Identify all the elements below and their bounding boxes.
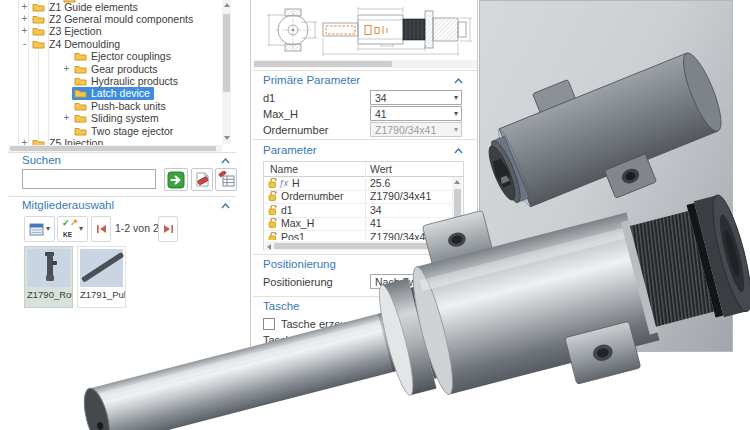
search-go-button[interactable] — [164, 168, 188, 191]
parameter-table-row[interactable]: d1 34 — [264, 203, 452, 218]
view-mode-icon — [29, 223, 44, 236]
tree-item-label: Z3 Ejection — [49, 25, 102, 37]
catalog-panel: + Z1 Guide elements + Z2 General mould c… — [8, 0, 238, 430]
scroll-left-icon[interactable] — [267, 244, 271, 250]
tree-item[interactable]: + Sliding system — [8, 112, 236, 125]
tree-expander-icon[interactable]: + — [19, 14, 30, 24]
view-mode-button[interactable]: ▾ — [24, 216, 55, 242]
parameter-select[interactable]: Z1790/34x41 ▾ — [370, 122, 462, 137]
tree-item[interactable]: + Z2 General mould components — [8, 12, 233, 25]
folder-icon — [74, 126, 87, 136]
dropdown-caret-icon: ▾ — [46, 225, 50, 233]
parameter-label: Max_H — [263, 108, 298, 120]
parameter-table-row[interactable]: Max_H 41 — [264, 217, 452, 232]
parameter-table-row[interactable]: ƒx H 25.6 — [264, 176, 452, 191]
tree-expander-icon[interactable]: + — [61, 64, 72, 74]
lock-open-icon — [268, 191, 277, 201]
members-section-title: Mitgliederauswahl — [22, 199, 114, 211]
table-h-scrollbar[interactable] — [265, 241, 453, 250]
clear-search-icon — [194, 171, 211, 188]
dropdown-caret-icon: ▾ — [454, 94, 458, 102]
tree-item[interactable]: Push-back units — [8, 99, 236, 112]
table-search-button[interactable] — [215, 168, 237, 191]
member-card[interactable]: Z1790_Rou... — [24, 246, 73, 308]
tree-item[interactable]: + Z3 Ejection — [8, 25, 233, 38]
scroll-down-icon[interactable] — [224, 136, 230, 140]
chevron-up-icon[interactable] — [454, 78, 463, 84]
table-h-scroll-thumb[interactable] — [274, 243, 439, 249]
tree-item[interactable]: - Z4 Demoulding — [8, 37, 233, 50]
folder-icon — [74, 64, 87, 74]
tree-v-scrollbar[interactable] — [222, 0, 231, 144]
scroll-right-icon[interactable] — [447, 244, 451, 250]
tree-item[interactable]: Two stage ejector — [8, 124, 236, 137]
preview-h-scrollbar[interactable] — [253, 60, 477, 68]
scroll-down-icon[interactable] — [454, 232, 460, 236]
column-header-wert: Wert — [370, 163, 392, 175]
parameter-name: H — [292, 177, 300, 189]
lock-open-icon — [268, 205, 277, 215]
folder-icon — [74, 113, 87, 123]
rod-part-icon — [80, 249, 125, 287]
folder-icon — [32, 39, 45, 49]
preview-h-scroll-thumb[interactable] — [254, 61, 392, 67]
tree-h-scrollbar[interactable] — [8, 145, 222, 152]
3d-viewport[interactable] — [479, 0, 733, 352]
section-divider — [8, 196, 236, 197]
technical-drawing-preview[interactable] — [253, 2, 477, 58]
parameter-table[interactable]: Name Wert ƒx H 25.6 Ordernumber Z1790/34… — [263, 161, 464, 250]
search-section-title: Suchen — [22, 154, 61, 166]
tree-item[interactable]: + Z1 Guide elements — [8, 0, 233, 13]
member-card[interactable]: Z1791_Pulli... — [77, 246, 126, 308]
clear-search-button[interactable] — [191, 168, 213, 191]
first-page-button[interactable] — [91, 216, 111, 242]
tree-item-label: Z1 Guide elements — [49, 1, 138, 13]
tree-item[interactable]: + Gear products — [8, 62, 236, 75]
tree-item-label: Latch device — [91, 87, 150, 99]
scroll-up-icon[interactable] — [224, 3, 230, 7]
chevron-up-icon[interactable] — [221, 158, 230, 164]
column-header-name: Name — [270, 163, 298, 175]
section-divider — [8, 152, 236, 153]
search-input[interactable] — [22, 169, 156, 189]
dropdown-caret-icon: ▾ — [454, 126, 458, 134]
dropdown-caret-icon: ▾ — [79, 225, 83, 233]
folder-icon — [74, 88, 87, 98]
parameter-select[interactable]: 41 ▾ — [370, 106, 462, 121]
parameter-select[interactable]: 34 ▾ — [370, 90, 462, 105]
section-divider — [253, 139, 477, 140]
folder-icon — [74, 76, 87, 86]
parameter-value: Z1790/34x41-01 — [365, 231, 446, 240]
folder-icon — [32, 26, 45, 36]
tree-item-label: Z2 General mould components — [49, 13, 193, 25]
chevron-up-icon[interactable] — [221, 203, 230, 209]
tree-expander-icon[interactable]: + — [19, 26, 30, 36]
parameter-table-row[interactable]: Ordernumber Z1790/34x41 — [264, 190, 452, 205]
tree-expander-icon[interactable]: + — [61, 113, 72, 123]
section-divider — [253, 70, 477, 71]
chevron-up-icon[interactable] — [454, 148, 463, 154]
tree-h-scroll-thumb[interactable] — [10, 146, 216, 151]
parameter-name: Pos1 — [281, 231, 305, 240]
table-v-scrollbar[interactable] — [452, 177, 462, 240]
dropdown-caret-icon: ▾ — [454, 278, 458, 286]
table-v-scroll-thumb[interactable] — [454, 189, 461, 217]
scroll-up-icon[interactable] — [454, 180, 460, 184]
pocket-create-checkbox[interactable] — [263, 318, 275, 330]
table-search-icon — [218, 171, 235, 188]
ke-filter-button[interactable]: ✓ ↗ KE ▾ — [57, 216, 88, 242]
tree-expander-icon[interactable]: + — [19, 2, 30, 12]
tree-expander-icon[interactable]: - — [19, 39, 30, 49]
catalog-tree[interactable]: + Z1 Guide elements + Z2 General mould c… — [8, 0, 236, 152]
tree-item[interactable]: Hydraulic products — [8, 74, 236, 87]
last-page-button[interactable] — [158, 216, 178, 242]
tree-item[interactable]: Latch device — [8, 87, 236, 100]
tree-v-scroll-thumb[interactable] — [223, 14, 230, 92]
parameter-table-row[interactable]: Pos1 Z1790/34x41-01 — [264, 230, 452, 240]
parameter-label: d1 — [263, 92, 275, 104]
tree-item[interactable]: Ejector couplings — [8, 50, 236, 63]
parameter-name: d1 — [281, 204, 293, 216]
positioning-select[interactable]: Nach Zwangsb ▾ — [370, 274, 462, 289]
tree-item-label: Z4 Demoulding — [49, 38, 120, 50]
positioning-title: Positionierung — [263, 258, 336, 270]
